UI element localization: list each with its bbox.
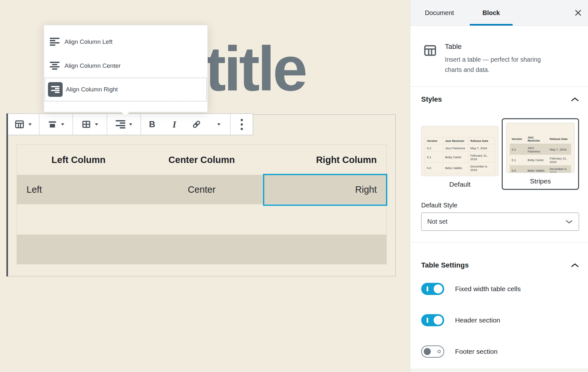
preview-cell: May 7, 2019 [548,144,571,155]
style-option-default[interactable]: Version Jazz Musician Release Date 5.2Ja… [421,118,499,190]
block-alignment-button[interactable] [39,114,73,135]
fixed-width-toggle[interactable] [421,283,444,295]
chevron-down-icon [129,123,132,126]
table-cell[interactable] [17,235,140,264]
style-options: Version Jazz Musician Release Date 5.2Ja… [421,118,579,190]
sidebar-bottom-band [410,369,588,372]
chevron-down-icon [61,123,64,126]
block-toolbar: B I [6,113,253,135]
align-left-icon [50,38,59,46]
menu-item-label: Align Column Left [65,38,112,45]
setting-header-section: Header section [421,314,579,326]
preview-cell: Jaco Pastorius [526,144,548,155]
preview-cell: Betty Carter [526,155,548,165]
chevron-down-icon [28,123,32,126]
close-sidebar-button[interactable] [574,9,582,17]
table-settings-panel-header[interactable]: Table Settings [421,261,579,269]
preview-cell: 5.2 [425,144,443,152]
styles-panel-header[interactable]: Styles [421,95,579,104]
sidebar-tabs: Document Block [410,0,588,26]
align-right-icon [116,120,125,128]
preview-cell: Bebo Valdés [526,165,548,173]
block-align-icon [48,120,57,129]
block-type-switcher[interactable] [7,114,39,135]
table-block-icon [14,119,25,129]
setting-fixed-width: Fixed width table cells [421,283,579,295]
table-block: Left Column Center Column Right Column L… [17,144,387,264]
column-alignment-menu: Align Column Left Align Column Center Al… [44,25,208,112]
settings-sidebar: Document Block Table Insert a table — pe… [410,0,588,372]
preview-cell: May 7, 2019 [468,144,495,152]
block-name: Table [445,43,542,51]
align-center-icon [50,62,59,70]
block-description: Insert a table — perfect for sharing cha… [445,55,542,75]
preview-cell: 5.0 [425,163,443,174]
table-row [17,235,386,264]
preview-cell: Betty Carter [443,152,468,163]
preview-cell: Bebo Valdés [443,163,468,174]
preview-header: Version [510,134,526,144]
block-left-edge-bar [6,113,8,276]
table-row [17,204,386,235]
chevron-down-icon [217,123,220,126]
table-cell[interactable] [140,204,263,235]
tab-document[interactable]: Document [410,0,468,26]
table-block-icon [423,43,437,75]
preview-header: Release Date [548,134,571,144]
preview-cell: 5.1 [425,152,443,163]
close-icon [574,9,582,17]
column-alignment-button[interactable] [107,114,141,135]
table-header-cell[interactable]: Right Column [263,145,386,175]
menu-item-align-column-center[interactable]: Align Column Center [44,54,207,78]
align-right-active-icon [48,82,63,97]
table-row: Left Center Right [17,175,386,204]
header-section-toggle[interactable] [421,314,444,326]
table-header-row: Left Column Center Column Right Column [17,145,386,175]
style-preview-default: Version Jazz Musician Release Date 5.2Ja… [421,126,499,176]
menu-item-align-column-right[interactable]: Align Column Right [45,78,207,101]
preview-cell: 5.1 [510,155,526,165]
more-options-button[interactable] [230,114,253,135]
table-cell[interactable] [17,204,140,235]
preview-header: Release Date [468,137,495,144]
table-settings-panel: Table Settings Fixed width table cells H… [410,242,588,369]
chevron-up-icon [571,97,579,102]
preview-cell: December 6, 2018 [548,165,571,173]
style-option-stripes-selected[interactable]: Version Jazz Musician Release Date 5.2Ja… [502,118,579,190]
table-cell[interactable]: Center [140,175,263,204]
preview-cell: February 21, 2019 [468,152,495,163]
toggle-label: Footer section [455,348,498,355]
footer-section-toggle[interactable] [421,345,444,358]
default-style-select[interactable]: Not set [421,213,579,231]
preview-header: Jazz Musician [443,137,468,144]
preview-cell: December 6, 2018 [468,163,495,174]
preview-cell: 5.2 [510,144,526,155]
editor-canvas: title [0,0,410,372]
menu-item-align-column-left[interactable]: Align Column Left [44,30,207,54]
style-preview-stripes: Version Jazz Musician Release Date 5.2Ja… [506,123,575,173]
table-cell-selected[interactable]: Right [263,175,386,204]
table-cell[interactable] [263,204,386,235]
format-group: B I [141,114,230,135]
chevron-down-icon [565,220,573,224]
style-label-stripes: Stripes [530,177,551,185]
more-formats-button[interactable] [208,114,230,135]
italic-button[interactable]: I [163,114,186,135]
table-cell[interactable]: Left [17,175,140,204]
post-title[interactable]: title [205,38,305,100]
chevron-down-icon [95,123,98,126]
preview-header: Version [425,137,443,144]
table-cell[interactable] [263,235,386,264]
link-button[interactable] [186,114,208,135]
preview-header: Jazz Musician [526,134,548,144]
table-header-cell[interactable]: Center Column [140,145,263,175]
table-header-cell[interactable]: Left Column [17,145,140,175]
menu-item-label: Align Column Center [65,62,120,69]
kebab-menu-icon [241,119,243,130]
edit-table-button[interactable] [73,114,107,135]
preview-cell: Jaco Pastorius [443,144,468,152]
bold-button[interactable]: B [141,114,163,135]
table-cell[interactable] [140,235,263,264]
tab-block[interactable]: Block [468,0,514,26]
block-info-card: Table Insert a table — perfect for shari… [410,26,588,86]
